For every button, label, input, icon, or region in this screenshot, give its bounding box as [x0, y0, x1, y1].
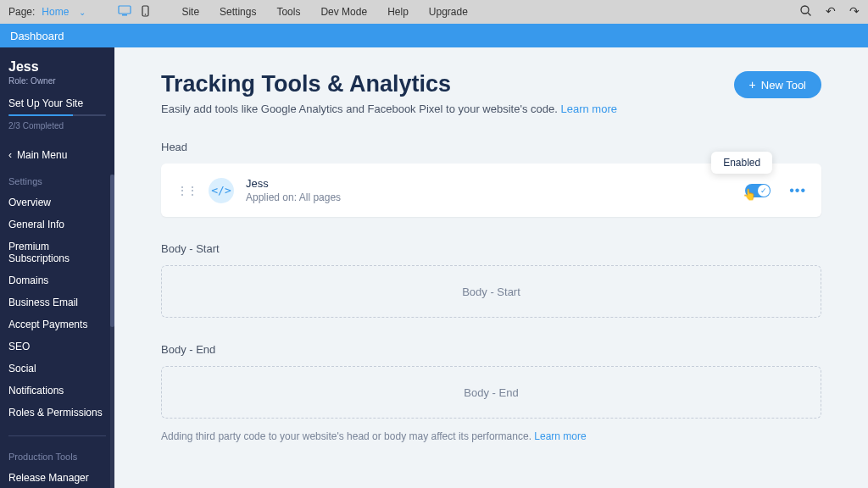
- page-dropdown-icon[interactable]: ⌄: [79, 8, 86, 17]
- back-label: Main Menu: [17, 149, 67, 161]
- sidebar-item-notifications[interactable]: Notifications: [8, 380, 106, 402]
- desktop-icon[interactable]: [118, 5, 131, 19]
- body-start-placeholder: Body - Start: [462, 286, 520, 298]
- setup-label[interactable]: Set Up Your Site: [8, 97, 106, 109]
- new-tool-button[interactable]: + New Tool: [734, 71, 821, 98]
- sidebar-item-business-email[interactable]: Business Email: [8, 291, 106, 313]
- page-label: Page:: [8, 6, 35, 18]
- toggle-container: Enabled ✓ 👆: [745, 184, 771, 197]
- page-selector[interactable]: Home: [42, 6, 69, 18]
- toggle-knob: ✓: [758, 185, 770, 197]
- svg-rect-1: [122, 14, 127, 16]
- sidebar-item-general-info[interactable]: General Info: [8, 214, 106, 236]
- tool-name: Jess: [246, 177, 341, 190]
- top-toolbar: Page: Home ⌄ Site Settings Tools Dev Mod…: [0, 0, 868, 24]
- svg-point-4: [801, 6, 809, 14]
- settings-section-label: Settings: [8, 176, 106, 186]
- svg-rect-0: [119, 6, 131, 14]
- sidebar-divider: [8, 435, 106, 436]
- sidebar-item-social[interactable]: Social: [8, 358, 106, 380]
- menu-settings[interactable]: Settings: [220, 6, 256, 18]
- page-subtitle: Easily add tools like Google Analytics a…: [161, 103, 617, 115]
- user-role: Role: Owner: [8, 76, 106, 86]
- more-options-icon[interactable]: •••: [789, 183, 806, 198]
- chevron-left-icon: ‹: [8, 149, 12, 161]
- learn-more-link[interactable]: Learn more: [560, 103, 616, 115]
- tool-applied-on: Applied on: All pages: [246, 191, 341, 203]
- main-content: Tracking Tools & Analytics Easily add to…: [114, 47, 868, 488]
- svg-line-5: [808, 13, 811, 16]
- svg-point-3: [145, 14, 147, 15]
- section-body-start: Body - Start: [161, 242, 821, 255]
- body-start-dropzone[interactable]: Body - Start: [161, 265, 821, 318]
- back-main-menu[interactable]: ‹ Main Menu: [8, 149, 106, 161]
- setup-progress: [8, 114, 106, 116]
- sidebar-item-domains[interactable]: Domains: [8, 269, 106, 291]
- undo-icon[interactable]: ↶: [826, 4, 836, 19]
- plus-icon: +: [749, 78, 756, 92]
- banner-title: Dashboard: [10, 30, 64, 42]
- drag-handle-icon[interactable]: ⋮⋮: [176, 184, 197, 197]
- menu-dev-mode[interactable]: Dev Mode: [320, 6, 367, 18]
- body-end-dropzone[interactable]: Body - End: [161, 366, 821, 419]
- enabled-tooltip: Enabled: [711, 152, 772, 174]
- menu-help[interactable]: Help: [387, 6, 409, 18]
- dashboard-banner: Dashboard: [0, 24, 868, 47]
- body-end-placeholder: Body - End: [464, 386, 518, 399]
- sidebar-item-overview[interactable]: Overview: [8, 191, 106, 214]
- redo-icon[interactable]: ↷: [849, 4, 860, 19]
- footnote: Adding third party code to your website'…: [161, 430, 821, 442]
- sidebar-item-accept-payments[interactable]: Accept Payments: [8, 313, 106, 336]
- sidebar-item-roles-permissions[interactable]: Roles & Permissions: [8, 402, 106, 424]
- menu-upgrade[interactable]: Upgrade: [429, 6, 468, 18]
- top-menu: Site Settings Tools Dev Mode Help Upgrad…: [181, 6, 467, 18]
- menu-site[interactable]: Site: [181, 6, 199, 18]
- device-switcher: [118, 5, 149, 19]
- page-title: Tracking Tools & Analytics: [161, 71, 617, 97]
- section-body-end: Body - End: [161, 343, 821, 356]
- user-name: Jess: [8, 59, 106, 75]
- enable-toggle[interactable]: ✓: [745, 184, 771, 197]
- setup-completed: 2/3 Completed: [8, 121, 106, 130]
- top-right-icons: ↶ ↷: [799, 4, 860, 19]
- sidebar-item-release-manager[interactable]: Release Manager: [8, 467, 106, 488]
- code-icon: </>: [209, 178, 234, 203]
- footnote-learn-more-link[interactable]: Learn more: [534, 430, 586, 442]
- search-icon[interactable]: [799, 4, 812, 19]
- new-tool-label: New Tool: [761, 79, 806, 92]
- sidebar-item-premium-subscriptions[interactable]: Premium Subscriptions: [8, 236, 106, 269]
- tracking-tool-card: ⋮⋮ </> Jess Applied on: All pages Enable…: [161, 164, 821, 217]
- menu-tools[interactable]: Tools: [276, 6, 300, 18]
- production-tools-label: Production Tools: [8, 452, 106, 462]
- sidebar-scrollbar[interactable]: [110, 175, 114, 488]
- mobile-icon[interactable]: [142, 5, 149, 19]
- sidebar: Jess Role: Owner Set Up Your Site 2/3 Co…: [0, 47, 114, 488]
- sidebar-item-seo[interactable]: SEO: [8, 336, 106, 358]
